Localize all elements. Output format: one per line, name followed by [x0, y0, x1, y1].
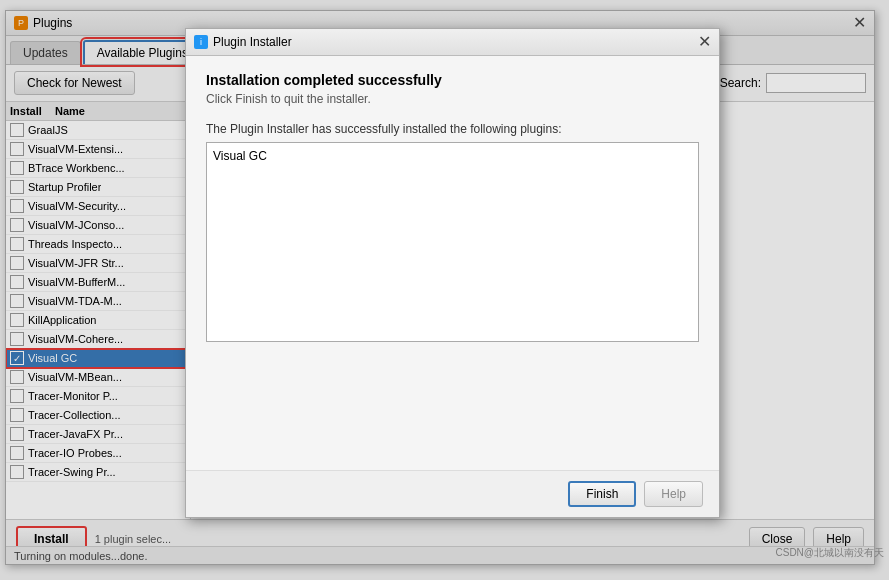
installer-content: Installation completed successfully Clic…	[186, 56, 719, 470]
installed-item: Visual GC	[213, 149, 692, 163]
installer-dialog: i Plugin Installer ✕ Installation comple…	[185, 28, 720, 518]
installer-help-button[interactable]: Help	[644, 481, 703, 507]
installer-title-area: i Plugin Installer	[194, 35, 292, 49]
installer-titlebar: i Plugin Installer ✕	[186, 29, 719, 56]
finish-button[interactable]: Finish	[568, 481, 636, 507]
installed-description: The Plugin Installer has successfully in…	[206, 122, 699, 136]
installer-close-button[interactable]: ✕	[698, 34, 711, 50]
installer-icon: i	[194, 35, 208, 49]
installed-list-box: Visual GC	[206, 142, 699, 342]
installer-footer: Finish Help	[186, 470, 719, 517]
modal-overlay: i Plugin Installer ✕ Installation comple…	[0, 0, 889, 580]
installer-title-text: Plugin Installer	[213, 35, 292, 49]
success-subtitle: Click Finish to quit the installer.	[206, 92, 699, 106]
installed-items: Visual GC	[213, 149, 692, 163]
success-title: Installation completed successfully	[206, 72, 699, 88]
